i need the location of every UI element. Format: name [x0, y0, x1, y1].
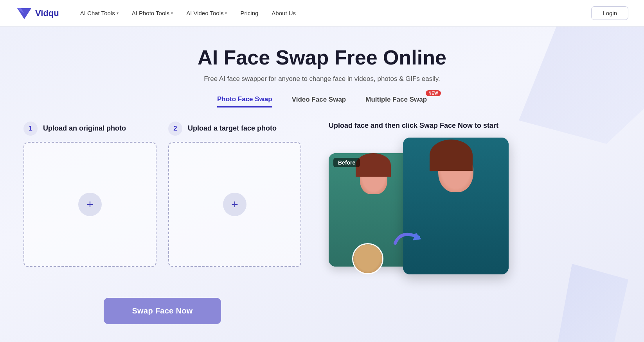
nav-item-about[interactable]: About Us — [266, 7, 301, 20]
logo-text: Vidqu — [35, 8, 59, 18]
nav-links: AI Chat Tools ▾ AI Photo Tools ▾ AI Vide… — [75, 7, 592, 20]
nav-right: Login — [591, 6, 628, 20]
upload-label-2: 2 Upload a target face photo — [168, 122, 301, 136]
logo-icon — [16, 5, 32, 21]
right-panel: Upload face and then click Swap Face Now… — [313, 122, 571, 286]
step-number-2: 2 — [168, 122, 182, 136]
preview-container: Before — [329, 138, 509, 286]
navbar: Vidqu AI Chat Tools ▾ AI Photo Tools ▾ A… — [0, 0, 644, 27]
upload-block-1: 1 Upload an original photo + — [23, 122, 157, 267]
upload-title-1: Upload an original photo — [43, 124, 126, 133]
plus-icon-2: + — [223, 193, 246, 216]
upload-label-1: 1 Upload an original photo — [23, 122, 157, 136]
login-button[interactable]: Login — [591, 6, 628, 20]
chevron-down-icon: ▾ — [225, 11, 227, 15]
new-badge: NEW — [426, 90, 441, 96]
upload-section: 1 Upload an original photo + 2 Upload a … — [23, 122, 571, 286]
nav-item-ai-photo[interactable]: AI Photo Tools ▾ — [126, 7, 178, 20]
swap-face-now-button[interactable]: Swap Face Now — [104, 298, 221, 324]
chevron-down-icon: ▾ — [117, 11, 119, 15]
swap-arrow-icon — [389, 226, 428, 249]
swap-button-area: Swap Face Now — [23, 298, 301, 324]
upload-zone-1[interactable]: + — [23, 142, 157, 267]
main-content: AI Face Swap Free Online Free AI face sw… — [0, 27, 644, 342]
nav-item-ai-video[interactable]: AI Video Tools ▾ — [181, 7, 232, 20]
page-title: AI Face Swap Free Online — [23, 46, 621, 70]
tab-photo-face-swap[interactable]: Photo Face Swap — [217, 95, 272, 107]
before-label: Before — [333, 158, 360, 167]
face-thumbnail — [352, 243, 383, 274]
tab-multiple-face-swap[interactable]: Multiple Face Swap NEW — [365, 96, 427, 107]
after-card — [403, 138, 509, 274]
step-number-1: 1 — [23, 122, 38, 136]
upload-title-2: Upload a target face photo — [188, 124, 277, 133]
hero-section: AI Face Swap Free Online Free AI face sw… — [23, 46, 621, 83]
nav-item-pricing[interactable]: Pricing — [235, 7, 264, 20]
chevron-down-icon: ▾ — [171, 11, 173, 15]
upload-block-2: 2 Upload a target face photo + — [168, 122, 301, 267]
upload-zone-2[interactable]: + — [168, 142, 301, 267]
logo[interactable]: Vidqu — [16, 5, 59, 21]
thumb-face-image — [353, 244, 382, 273]
tab-video-face-swap[interactable]: Video Face Swap — [292, 96, 346, 107]
nav-item-ai-chat[interactable]: AI Chat Tools ▾ — [75, 7, 124, 20]
plus-icon-1: + — [78, 193, 102, 216]
after-person-image — [403, 138, 509, 274]
hero-subtitle: Free AI face swapper for anyone to chang… — [23, 75, 621, 83]
